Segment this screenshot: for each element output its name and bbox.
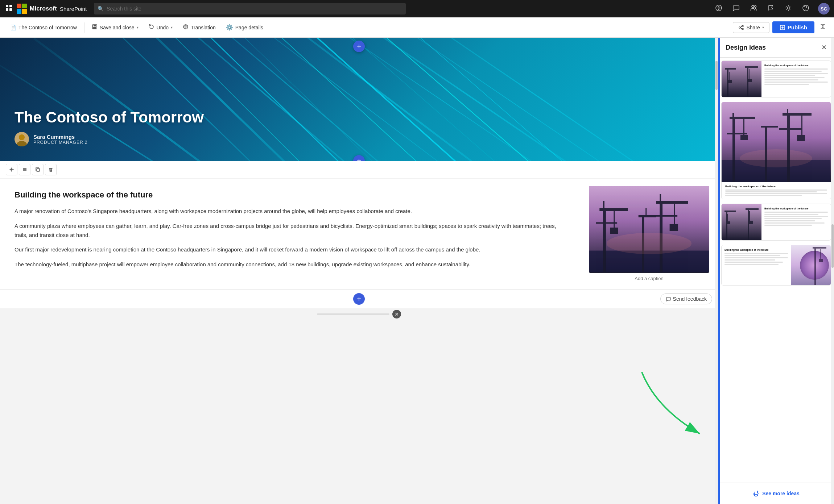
svg-rect-100 <box>814 247 816 285</box>
svg-rect-60 <box>645 208 647 217</box>
see-more-button[interactable]: See more ideas <box>747 487 805 500</box>
panel-close-button[interactable]: ✕ <box>821 43 827 51</box>
svg-rect-1 <box>9 5 12 7</box>
page-editor[interactable]: + The Contoso of Tomorrow Sara Cummings … <box>0 38 718 504</box>
svg-rect-102 <box>820 249 821 260</box>
undo-button[interactable]: Undo ▾ <box>144 22 177 33</box>
save-close-dropdown-icon[interactable]: ▾ <box>137 25 139 29</box>
block-toolbar <box>0 161 718 179</box>
page-name-button[interactable]: 📄 The Contoso of Tomorrow <box>6 22 81 33</box>
search-bar[interactable]: 🔍 <box>94 3 406 14</box>
undo-dropdown-icon[interactable]: ▾ <box>171 25 173 29</box>
svg-rect-89 <box>765 126 767 182</box>
save-icon <box>92 24 98 31</box>
svg-rect-85 <box>787 109 788 116</box>
main-area: + The Contoso of Tomorrow Sara Cummings … <box>0 38 834 504</box>
svg-rect-92 <box>726 211 727 240</box>
design-card-2[interactable]: Building the workspace of the future <box>721 102 831 199</box>
svg-point-6 <box>755 5 756 7</box>
search-input[interactable] <box>107 6 402 12</box>
bottom-bar: + Send feedback <box>0 290 718 308</box>
svg-line-33 <box>257 38 515 161</box>
svg-rect-90 <box>761 126 778 128</box>
svg-rect-81 <box>743 119 744 136</box>
share-dropdown-icon[interactable]: ▾ <box>762 25 764 29</box>
apps-grid-button[interactable] <box>4 3 14 14</box>
microsoft-brand: Microsoft <box>30 5 57 12</box>
save-close-button[interactable]: Save and close ▾ <box>87 22 143 33</box>
panel-header: Design ideas ✕ <box>718 38 834 58</box>
move-block-button[interactable] <box>6 164 17 175</box>
panel-left-highlight <box>718 38 720 504</box>
design-card-1[interactable]: Building the workspace of the future <box>721 61 831 97</box>
page-details-button[interactable]: ⚙️ Page details <box>222 22 268 33</box>
settings-block-button[interactable] <box>19 164 30 175</box>
share-icon <box>738 25 744 30</box>
svg-rect-77 <box>732 117 735 182</box>
svg-rect-59 <box>639 215 656 217</box>
comments-icon[interactable] <box>731 3 741 15</box>
svg-line-36 <box>359 38 623 161</box>
image-container[interactable]: Add a caption <box>589 186 709 281</box>
publish-icon <box>780 25 785 30</box>
svg-rect-63 <box>642 252 644 272</box>
svg-point-7 <box>787 7 789 9</box>
hero-author-info: Sara Cummings PRODUCT MANAGER 2 <box>33 134 87 145</box>
user-avatar[interactable]: SC <box>818 3 830 14</box>
svg-point-76 <box>740 149 812 167</box>
panel-scrollbar[interactable] <box>831 38 834 504</box>
add-section-button[interactable]: + <box>353 293 365 305</box>
svg-rect-98 <box>749 211 750 221</box>
editor-scrollbar[interactable] <box>715 38 718 504</box>
hero-title: The Contoso of Tomorrow <box>15 109 204 126</box>
nav-icon-group: SC <box>714 3 830 15</box>
content-para-3: Our first major redevelopment is nearing… <box>15 245 565 254</box>
translation-button[interactable]: Translation <box>178 22 220 33</box>
svg-rect-55 <box>653 215 677 217</box>
page-name-label: The Contoso of Tomorrow <box>18 25 77 30</box>
scroll-indicator-bar: ✕ <box>0 308 718 320</box>
card1-crane-svg <box>722 61 761 97</box>
image-caption[interactable]: Add a caption <box>589 276 709 281</box>
settings-icon[interactable] <box>783 3 793 15</box>
publish-button[interactable]: Publish <box>772 21 814 33</box>
share-button[interactable]: Share ▾ <box>733 22 769 33</box>
svg-rect-61 <box>603 252 606 272</box>
content-para-4: The technology-fueled, multiphase projec… <box>15 260 565 269</box>
send-feedback-button[interactable]: Send feedback <box>660 293 712 304</box>
question-icon[interactable] <box>801 3 811 15</box>
see-more-label: See more ideas <box>762 491 800 496</box>
svg-point-15 <box>742 28 743 30</box>
refresh-icon <box>753 490 759 497</box>
help-network-icon[interactable] <box>714 3 724 15</box>
design-card-4[interactable]: Building the workspace of the future <box>721 245 831 286</box>
panel-title: Design ideas <box>726 44 766 51</box>
svg-rect-2 <box>6 8 8 11</box>
column-left: Building the workspace of the future A m… <box>0 179 580 290</box>
collapse-button[interactable] <box>817 21 828 34</box>
flag-icon[interactable] <box>766 3 776 15</box>
svg-rect-88 <box>797 135 805 141</box>
svg-point-5 <box>752 5 754 8</box>
scroll-close-button[interactable]: ✕ <box>392 310 401 318</box>
panel-scroll-area[interactable]: Building the workspace of the future <box>718 58 834 483</box>
svg-line-34 <box>291 38 555 161</box>
duplicate-block-button[interactable] <box>32 164 44 175</box>
hero-add-top-button[interactable]: + <box>353 41 365 52</box>
feedback-icon <box>666 296 671 301</box>
svg-rect-79 <box>732 113 734 120</box>
two-column-layout: Building the workspace of the future A m… <box>0 179 718 290</box>
svg-rect-99 <box>748 221 753 224</box>
svg-rect-56 <box>674 204 675 225</box>
svg-rect-3 <box>9 8 12 11</box>
design-card-3[interactable]: Building the workspace of the future <box>721 204 831 241</box>
svg-rect-97 <box>746 208 759 210</box>
search-icon: 🔍 <box>98 6 104 12</box>
column-right: Add a caption <box>580 179 718 290</box>
page-details-icon: ⚙️ <box>226 24 233 31</box>
people-icon[interactable] <box>748 3 759 15</box>
delete-block-button[interactable] <box>45 164 57 175</box>
design-ideas-panel: Design ideas ✕ <box>718 38 834 504</box>
svg-rect-87 <box>801 116 802 136</box>
svg-rect-57 <box>670 224 678 231</box>
